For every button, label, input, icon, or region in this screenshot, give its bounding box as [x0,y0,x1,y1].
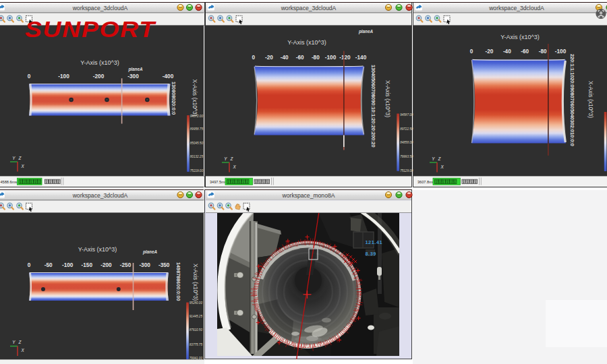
svg-text:workspace_3dcloudA: workspace_3dcloudA [72,192,128,199]
svg-text:workspace_3dcloudA: workspace_3dcloudA [72,5,128,11]
svg-text:workspace_3dcloudA: workspace_3dcloudA [281,5,337,11]
svg-text:workspace_3dcloudA: workspace_3dcloudA [488,5,544,11]
svg-text:3497.5ms: 3497.5ms [210,180,227,184]
svg-text:3607.8ms: 3607.8ms [417,180,434,184]
svg-text:4588.6ms: 4588.6ms [1,180,18,184]
svg-text:workspace_mono8A: workspace_mono8A [282,192,335,199]
